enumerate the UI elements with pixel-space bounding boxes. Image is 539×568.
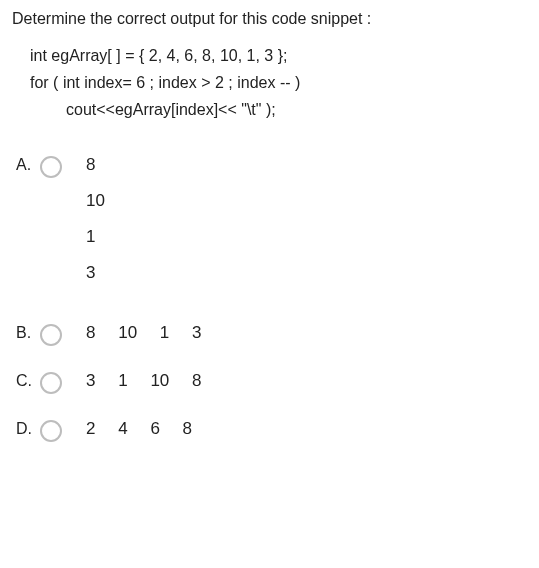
option-b-letter: B.	[16, 322, 40, 342]
radio-c[interactable]	[40, 372, 62, 394]
radio-a[interactable]	[40, 156, 62, 178]
option-b-value-2: 10	[118, 322, 137, 344]
option-d-letter: D.	[16, 418, 40, 438]
radio-b[interactable]	[40, 324, 62, 346]
options-list: A. 8 10 1 3 B. 8 10 1 3 C. 3 1	[16, 154, 527, 442]
option-d-value-1: 2	[86, 418, 95, 440]
code-line-2: for ( int index= 6 ; index > 2 ; index -…	[30, 69, 527, 96]
option-b-value-1: 8	[86, 322, 95, 344]
option-c[interactable]: C. 3 1 10 8	[16, 370, 527, 394]
option-a-value-4: 3	[86, 262, 105, 284]
option-b[interactable]: B. 8 10 1 3	[16, 322, 527, 346]
option-c-value-4: 8	[192, 370, 201, 392]
radio-d[interactable]	[40, 420, 62, 442]
option-b-value-4: 3	[192, 322, 201, 344]
code-line-1: int egArray[ ] = { 2, 4, 6, 8, 10, 1, 3 …	[30, 42, 527, 69]
option-c-value-1: 3	[86, 370, 95, 392]
option-d-value-2: 4	[118, 418, 127, 440]
option-d-value-3: 6	[150, 418, 159, 440]
code-snippet: int egArray[ ] = { 2, 4, 6, 8, 10, 1, 3 …	[30, 42, 527, 124]
option-a-value-2: 10	[86, 190, 105, 212]
option-b-answer: 8 10 1 3	[86, 322, 220, 344]
option-c-value-3: 10	[150, 370, 169, 392]
option-a-answer: 8 10 1 3	[86, 154, 105, 298]
option-b-value-3: 1	[160, 322, 169, 344]
option-c-answer: 3 1 10 8	[86, 370, 220, 392]
option-d-value-4: 8	[183, 418, 192, 440]
option-a[interactable]: A. 8 10 1 3	[16, 154, 527, 298]
option-c-value-2: 1	[118, 370, 127, 392]
option-a-value-3: 1	[86, 226, 105, 248]
option-d[interactable]: D. 2 4 6 8	[16, 418, 527, 442]
option-a-letter: A.	[16, 154, 40, 174]
code-line-3: cout<<egArray[index]<< "\t" );	[66, 96, 527, 123]
question-text: Determine the correct output for this co…	[12, 10, 527, 28]
option-a-value-1: 8	[86, 154, 105, 176]
option-d-answer: 2 4 6 8	[86, 418, 210, 440]
option-c-letter: C.	[16, 370, 40, 390]
